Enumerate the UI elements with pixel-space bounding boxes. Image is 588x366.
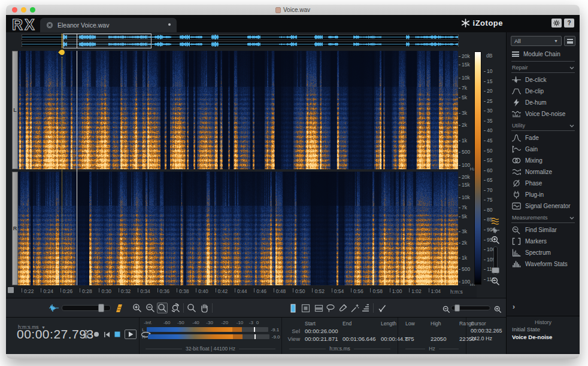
magnifier-tool-button[interactable] [186, 303, 197, 313]
amplitude-colorbar[interactable] [474, 51, 481, 285]
magic-wand-tool[interactable] [349, 303, 360, 313]
db-tick: 30 [484, 108, 502, 114]
play-button[interactable] [125, 330, 137, 339]
time-frequency-selection-tool[interactable] [300, 303, 311, 313]
time-selection-tool[interactable] [287, 303, 298, 313]
ruler-scroll-button[interactable] [8, 287, 14, 293]
module-mixing[interactable]: Mixing [507, 155, 580, 166]
section-repair[interactable]: Repair [511, 63, 575, 73]
cursor-frequency-value: 242.0 Hz [471, 336, 492, 341]
module-plug-in[interactable]: Plug-in [507, 189, 580, 200]
meter-scale: -Inf.-60-50-40-30-20-10-30 [146, 320, 271, 326]
module-label: Waveform Stats [525, 261, 568, 267]
db-tick: 70 [484, 187, 502, 193]
view-balance-slider[interactable] [62, 305, 111, 311]
module-chain-icon [512, 51, 519, 57]
transport-cursor-section: Cursor 00:00:32.265 242.0 Hz [466, 318, 506, 355]
module-phase[interactable]: Phase [507, 178, 580, 189]
frequency-header: High [431, 321, 454, 327]
module-label: Voice De-noise [525, 111, 565, 117]
view-end[interactable]: 00:01:06.646 [343, 336, 381, 342]
time-tick: 0:46 [254, 288, 273, 294]
module-list-menu-button[interactable] [564, 36, 575, 46]
peak-indicator [254, 334, 256, 339]
tab-close-icon[interactable] [46, 22, 53, 29]
waveform-icon[interactable] [49, 303, 59, 313]
time-ruler[interactable]: 0:220:240:260:280:300:320:340:360:380:40… [6, 286, 477, 298]
time-tick: 0:52 [312, 288, 331, 294]
module-signal-generator[interactable]: Signal Generator [507, 200, 580, 212]
module-de-clip[interactable]: De-clip [507, 86, 580, 97]
view-start[interactable]: 00:00:21.871 [305, 336, 343, 342]
frequency-selection-tool[interactable] [313, 303, 324, 313]
settings-button[interactable] [551, 19, 562, 28]
toolbar [6, 298, 580, 317]
module-de-hum[interactable]: De-hum [507, 97, 580, 108]
instant-process-tool[interactable] [377, 303, 387, 313]
vertical-zoom-slider[interactable] [493, 246, 498, 275]
waveform-overview[interactable] [22, 34, 459, 48]
view-balance-handle[interactable] [98, 304, 104, 312]
microphone-button[interactable] [83, 330, 89, 339]
lasso-tool[interactable] [325, 303, 336, 313]
izotope-star-icon [461, 19, 470, 28]
module-filter-dropdown[interactable]: All ▼ [511, 36, 562, 46]
horizontal-zoom-handle[interactable] [454, 304, 460, 312]
spectrogram-icon[interactable] [114, 303, 125, 313]
frequency-high-value[interactable]: 22050 [431, 336, 454, 342]
section-measurements[interactable]: Measurements [511, 214, 575, 223]
module-fade[interactable]: Fade [507, 132, 580, 144]
spectrogram-left-canvas[interactable] [18, 51, 458, 169]
zoom-out-vertical-icon[interactable] [491, 277, 500, 286]
module-spectrum[interactable]: Spectrum [507, 247, 580, 258]
time-tick: 0:22 [22, 288, 41, 294]
zoom-out-button[interactable] [145, 303, 156, 313]
waveform-view-icon[interactable] [491, 227, 500, 234]
spectrogram-view-icon[interactable] [491, 218, 500, 225]
help-button[interactable]: ? [564, 19, 574, 28]
module-voice-de-noise[interactable]: Voice De-noise [507, 108, 580, 120]
history-entry[interactable]: Initial State [507, 325, 580, 333]
zoom-all-button[interactable] [170, 303, 181, 313]
zoom-selection-button[interactable] [157, 303, 168, 313]
module-markers[interactable]: Markers [507, 236, 580, 247]
horizontal-zoom-out-icon[interactable] [441, 304, 451, 315]
module-gain[interactable]: Gain [507, 144, 580, 155]
harmonic-selection-tool[interactable] [360, 303, 371, 313]
section-utility[interactable]: Utility [511, 121, 575, 131]
file-tab[interactable]: Eleanor Voice.wav [40, 18, 177, 32]
db-tick: 15 [484, 78, 502, 84]
module-normalize[interactable]: Normalize [507, 166, 580, 178]
record-button[interactable] [93, 331, 99, 337]
module-waveform-stats[interactable]: Waveform Stats [507, 258, 580, 270]
channel-strip-left[interactable]: L [12, 51, 18, 169]
panel-expand-button[interactable]: › [513, 303, 515, 311]
spectrogram-display[interactable] [18, 51, 458, 285]
module-label: De-click [525, 77, 547, 83]
hand-tool-button[interactable] [199, 303, 210, 313]
frequency-tick: 20k [459, 53, 470, 59]
history-entry-active[interactable]: Voice De-noise [507, 333, 580, 341]
app-window: Voice.wav RX Eleanor Voice.wav iZotope ?… [6, 5, 580, 359]
db-tick: 75 [484, 197, 502, 203]
go-to-start-button[interactable] [104, 331, 110, 338]
frequency-tick: 500 [459, 266, 470, 272]
toolbar-separator [212, 303, 213, 313]
module-chain-item[interactable]: Module Chain [507, 48, 580, 60]
vertical-zoom-handle[interactable] [492, 267, 499, 273]
horizontal-zoom-in-icon[interactable] [492, 304, 503, 315]
spectrogram-right-canvas[interactable] [18, 172, 458, 285]
brush-tool[interactable] [337, 303, 348, 313]
selection-end[interactable] [343, 328, 381, 334]
frequency-tick: 2k [459, 240, 467, 246]
module-label: Mixing [525, 157, 542, 164]
selection-start[interactable]: 00:00:26.000 [305, 328, 343, 334]
stop-button[interactable] [114, 331, 120, 337]
zoom-in-vertical-icon[interactable] [491, 236, 500, 245]
channel-strip-right[interactable]: R [12, 172, 18, 285]
frequency-low-value[interactable]: 0 [405, 336, 426, 342]
module-find-similar[interactable]: Find Similar [507, 224, 580, 236]
horizontal-zoom-slider[interactable] [451, 306, 490, 310]
module-de-click[interactable]: De-click [507, 74, 580, 86]
zoom-in-button[interactable] [132, 303, 143, 313]
